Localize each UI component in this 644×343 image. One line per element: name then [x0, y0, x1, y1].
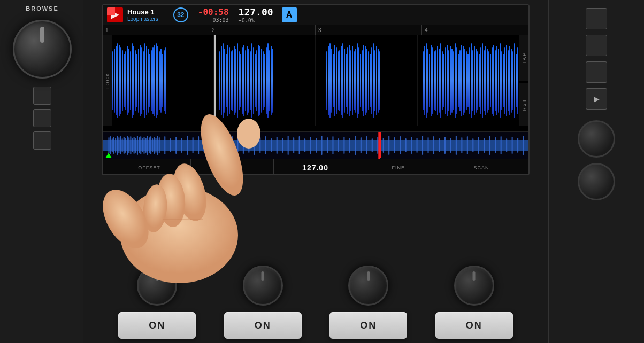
svg-rect-117	[443, 54, 444, 107]
svg-rect-229	[321, 136, 322, 155]
svg-rect-184	[132, 138, 133, 152]
svg-rect-255	[467, 136, 468, 154]
svg-rect-211	[220, 136, 221, 155]
track-logo	[107, 7, 123, 22]
waveform-svg[interactable]	[112, 35, 519, 126]
svg-rect-130	[464, 49, 465, 113]
on-button-2[interactable]: ON	[224, 312, 302, 339]
svg-rect-237	[366, 136, 367, 154]
bottom-knob-3[interactable]	[348, 266, 388, 306]
svg-rect-99	[373, 43, 374, 118]
svg-rect-156	[506, 45, 507, 116]
svg-rect-1	[111, 11, 115, 15]
beat-4: 4	[422, 25, 528, 35]
svg-rect-110	[432, 47, 433, 114]
left-btn-1[interactable]	[33, 87, 51, 105]
svg-rect-7	[120, 47, 121, 114]
svg-rect-262	[506, 138, 507, 152]
svg-rect-170	[108, 137, 109, 153]
svg-rect-208	[204, 138, 205, 152]
right-btn-3[interactable]	[586, 61, 607, 83]
svg-rect-89	[357, 43, 358, 118]
svg-rect-2	[112, 51, 113, 110]
svg-rect-160	[512, 51, 513, 110]
svg-rect-51	[243, 45, 244, 116]
svg-rect-149	[495, 50, 496, 111]
svg-rect-129	[463, 46, 464, 115]
svg-rect-186	[135, 138, 136, 153]
svg-rect-34	[164, 50, 165, 111]
left-panel: BROWSE	[0, 0, 86, 343]
svg-rect-240	[383, 138, 384, 153]
svg-rect-198	[155, 138, 156, 153]
main-browse-knob[interactable]	[13, 20, 72, 79]
svg-rect-252	[450, 138, 451, 153]
left-button-group	[0, 87, 85, 150]
svg-rect-210	[214, 138, 216, 153]
svg-rect-13	[130, 51, 131, 110]
svg-rect-16	[135, 50, 136, 111]
bottom-knob-4[interactable]	[454, 266, 494, 306]
left-btn-3[interactable]	[33, 131, 51, 150]
beat-1: 1	[103, 25, 209, 35]
rst-label[interactable]: RST	[519, 83, 528, 126]
offset-control[interactable]: OFFSET	[108, 159, 191, 175]
svg-rect-148	[493, 45, 494, 116]
screen-controls: OFFSET BPM 127.00 FINE SCAN	[103, 158, 528, 175]
svg-rect-70	[326, 51, 327, 110]
svg-rect-142	[484, 50, 485, 111]
fine-control[interactable]: FINE	[357, 159, 440, 175]
svg-rect-22	[144, 43, 145, 118]
svg-rect-71	[328, 46, 329, 115]
svg-rect-194	[149, 137, 150, 153]
mini-waveform[interactable]	[103, 131, 528, 158]
svg-rect-216	[248, 138, 249, 153]
svg-rect-30	[157, 46, 158, 115]
svg-rect-141	[482, 43, 483, 118]
svg-rect-37	[221, 46, 222, 115]
svg-rect-76	[336, 47, 337, 114]
lock-label[interactable]: LOCK	[103, 35, 112, 126]
right-btn-2[interactable]	[586, 35, 607, 56]
svg-rect-235	[355, 136, 356, 155]
svg-rect-150	[496, 46, 497, 115]
svg-rect-159	[511, 49, 512, 113]
scan-control[interactable]: SCAN	[440, 159, 523, 175]
bpm-control[interactable]: BPM	[191, 159, 274, 175]
left-btn-2[interactable]	[33, 109, 51, 127]
knob-2-unit	[243, 266, 283, 306]
svg-rect-154	[503, 54, 504, 107]
svg-rect-24	[148, 49, 149, 113]
right-knob-1[interactable]	[578, 120, 615, 158]
track-title: House 1	[127, 8, 158, 16]
svg-rect-27	[152, 47, 154, 114]
play-button[interactable]: ▶	[586, 88, 607, 110]
svg-rect-100	[374, 50, 375, 111]
cue-point-marker	[105, 153, 112, 158]
waveform-area[interactable]: 1 2 3 4 LOCK TAP RST	[103, 25, 528, 131]
on-button-3[interactable]: ON	[329, 312, 407, 339]
tap-label[interactable]: TAP	[519, 35, 528, 81]
svg-rect-147	[492, 47, 493, 114]
svg-rect-60	[258, 45, 259, 116]
svg-rect-223	[288, 136, 289, 155]
svg-rect-220	[271, 138, 272, 152]
knob-1-unit	[137, 266, 177, 306]
beat-2: 2	[209, 25, 316, 35]
svg-rect-205	[187, 136, 188, 155]
right-knob-2[interactable]	[578, 163, 615, 200]
svg-rect-105	[424, 46, 425, 115]
svg-rect-91	[360, 54, 361, 107]
bottom-knob-2[interactable]	[243, 266, 283, 306]
svg-rect-135	[472, 50, 473, 111]
svg-rect-254	[461, 137, 462, 153]
svg-rect-33	[162, 54, 163, 107]
bottom-knob-1[interactable]	[137, 266, 177, 306]
svg-rect-249	[433, 136, 434, 154]
right-btn-1[interactable]	[586, 8, 607, 29]
on-button-1[interactable]: ON	[118, 312, 196, 339]
svg-rect-87	[354, 51, 355, 110]
on-button-4[interactable]: ON	[435, 312, 513, 339]
bpm-display: 127.00 +0.0%	[239, 6, 273, 24]
svg-rect-138	[477, 51, 478, 110]
